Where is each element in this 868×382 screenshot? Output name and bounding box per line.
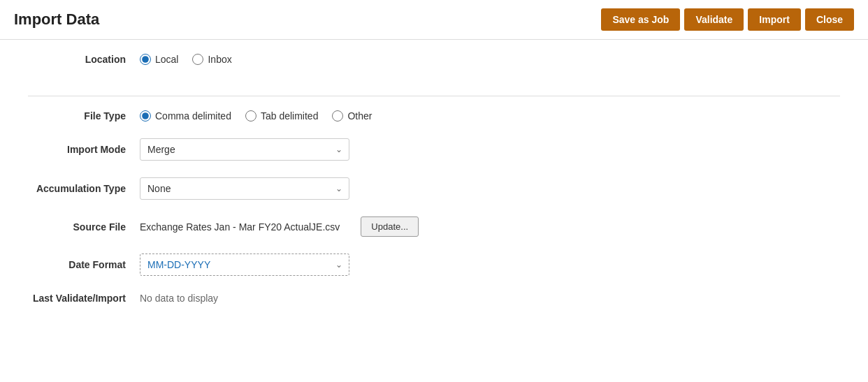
location-inbox-radio[interactable] bbox=[192, 54, 203, 65]
accumulation-type-label: Accumulation Type bbox=[28, 183, 140, 194]
location-row: Location Local Inbox bbox=[28, 54, 840, 65]
import-mode-select[interactable]: Merge Replace Add bbox=[140, 138, 349, 161]
accumulation-type-row: Accumulation Type None Sum Average ⌄ bbox=[28, 177, 840, 200]
page-title: Import Data bbox=[14, 10, 99, 29]
file-type-other-option[interactable]: Other bbox=[332, 110, 372, 122]
file-type-label: File Type bbox=[28, 110, 140, 122]
page-header: Import Data Save as Job Validate Import … bbox=[0, 0, 868, 40]
date-format-select[interactable]: MM-DD-YYYY DD-MM-YYYY YYYY-MM-DD bbox=[140, 254, 349, 276]
location-radio-group: Local Inbox bbox=[140, 54, 232, 65]
location-inbox-label[interactable]: Inbox bbox=[208, 54, 231, 65]
last-validate-value: No data to display bbox=[140, 293, 218, 304]
import-mode-row: Import Mode Merge Replace Add ⌄ bbox=[28, 138, 840, 161]
location-local-radio[interactable] bbox=[140, 54, 151, 65]
update-button[interactable]: Update... bbox=[361, 216, 419, 237]
file-type-row: File Type Comma delimited Tab delimited … bbox=[28, 110, 840, 122]
file-type-comma-radio[interactable] bbox=[140, 110, 151, 122]
file-type-tab-option[interactable]: Tab delimited bbox=[245, 110, 319, 122]
location-local-option[interactable]: Local bbox=[140, 54, 178, 65]
import-mode-select-wrapper: Merge Replace Add ⌄ bbox=[140, 138, 349, 161]
import-mode-label: Import Mode bbox=[28, 144, 140, 155]
date-format-select-wrapper: MM-DD-YYYY DD-MM-YYYY YYYY-MM-DD ⌄ bbox=[140, 254, 349, 276]
location-inbox-option[interactable]: Inbox bbox=[192, 54, 231, 65]
source-file-filename: Exchange Rates Jan - Mar FY20 ActualJE.c… bbox=[140, 221, 340, 233]
file-type-radio-group: Comma delimited Tab delimited Other bbox=[140, 110, 372, 122]
file-type-comma-label[interactable]: Comma delimited bbox=[155, 110, 231, 122]
import-button[interactable]: Import bbox=[748, 8, 801, 31]
source-file-row: Source File Exchange Rates Jan - Mar FY2… bbox=[28, 216, 840, 237]
close-button[interactable]: Close bbox=[805, 8, 854, 31]
location-local-label[interactable]: Local bbox=[155, 54, 178, 65]
main-content: Location Local Inbox File Type Comma del… bbox=[0, 40, 868, 335]
date-format-label: Date Format bbox=[28, 259, 140, 270]
location-section: Location Local Inbox bbox=[28, 54, 840, 96]
date-format-row: Date Format MM-DD-YYYY DD-MM-YYYY YYYY-M… bbox=[28, 254, 840, 276]
accumulation-type-select-wrapper: None Sum Average ⌄ bbox=[140, 177, 349, 200]
file-type-tab-radio[interactable] bbox=[245, 110, 256, 122]
accumulation-type-select[interactable]: None Sum Average bbox=[140, 177, 349, 200]
save-as-job-button[interactable]: Save as Job bbox=[601, 8, 680, 31]
file-type-comma-option[interactable]: Comma delimited bbox=[140, 110, 231, 122]
validate-button[interactable]: Validate bbox=[684, 8, 744, 31]
header-buttons: Save as Job Validate Import Close bbox=[601, 8, 854, 31]
source-file-label: Source File bbox=[28, 221, 140, 233]
last-validate-label: Last Validate/Import bbox=[28, 293, 140, 304]
source-file-control: Exchange Rates Jan - Mar FY20 ActualJE.c… bbox=[140, 216, 419, 237]
last-validate-row: Last Validate/Import No data to display bbox=[28, 293, 840, 304]
file-type-other-radio[interactable] bbox=[332, 110, 343, 122]
file-type-other-label[interactable]: Other bbox=[347, 110, 372, 122]
file-type-tab-label[interactable]: Tab delimited bbox=[261, 110, 319, 122]
location-label: Location bbox=[28, 54, 140, 65]
